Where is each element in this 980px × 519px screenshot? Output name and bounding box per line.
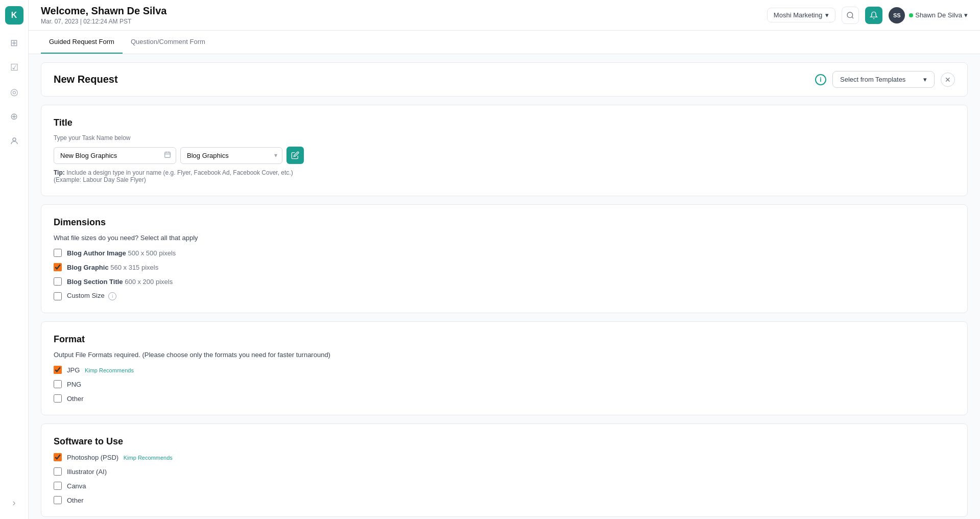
- sidebar-item-assets[interactable]: ◎: [4, 82, 25, 102]
- format-option-png[interactable]: PNG: [54, 380, 955, 388]
- close-button[interactable]: ✕: [941, 73, 955, 87]
- dimensions-checkbox-group: Blog Author Image 500 x 500 pixels Blog …: [54, 249, 955, 300]
- blog-graphic-checkbox[interactable]: [54, 263, 62, 271]
- format-option-jpg[interactable]: JPG Kimp Recommends: [54, 366, 955, 374]
- blog-section-checkbox[interactable]: [54, 277, 62, 286]
- design-type-select[interactable]: Blog Graphics Flyer Facebook Ad Facebook…: [180, 147, 282, 164]
- png-checkbox[interactable]: [54, 380, 62, 388]
- header: Welcome, Shawn De Silva Mar. 07, 2023 | …: [29, 0, 980, 31]
- software-section: Software to Use Photoshop (PSD) Kimp Rec…: [41, 423, 968, 517]
- software-option-canva[interactable]: Canva: [54, 482, 955, 490]
- welcome-message: Welcome, Shawn De Silva: [41, 5, 166, 17]
- sidebar-item-dashboard[interactable]: ⊞: [4, 33, 25, 53]
- sidebar-item-tasks[interactable]: ☑: [4, 57, 25, 78]
- tip-text: Tip: Include a design type in your name …: [54, 169, 955, 176]
- main-content: Welcome, Shawn De Silva Mar. 07, 2023 | …: [29, 0, 980, 519]
- format-section: Format Output File Formats required. (Pl…: [41, 321, 968, 415]
- page-title: New Request: [54, 74, 118, 85]
- svg-rect-2: [165, 152, 171, 158]
- jpg-checkbox[interactable]: [54, 366, 62, 374]
- tab-guided-request[interactable]: Guided Request Form: [41, 31, 123, 54]
- info-icon[interactable]: i: [815, 74, 826, 85]
- dimension-option-blog-section[interactable]: Blog Section Title 600 x 200 pixels: [54, 277, 955, 286]
- blog-author-checkbox[interactable]: [54, 249, 62, 257]
- workspace-name: Moshi Marketing: [774, 11, 822, 19]
- new-request-header: New Request i Select from Templates ▾ ✕: [41, 62, 968, 97]
- edit-icon: [291, 151, 299, 159]
- workspace-chevron-icon: ▾: [825, 11, 829, 19]
- software-section-label: Software to Use: [54, 436, 955, 447]
- search-button[interactable]: [842, 7, 859, 24]
- user-name: Shawn De Silva ▾: [909, 11, 968, 19]
- template-chevron-icon: ▾: [923, 76, 927, 83]
- other-format-checkbox[interactable]: [54, 394, 62, 403]
- dimension-option-blog-author[interactable]: Blog Author Image 500 x 500 pixels: [54, 249, 955, 257]
- canva-checkbox[interactable]: [54, 482, 62, 490]
- software-checkbox-group: Photoshop (PSD) Kimp Recommends Illustra…: [54, 453, 955, 504]
- page-content: New Request i Select from Templates ▾ ✕ …: [29, 54, 980, 519]
- other-software-checkbox[interactable]: [54, 496, 62, 504]
- logo[interactable]: K: [5, 6, 23, 25]
- calendar-icon: [164, 151, 171, 160]
- sidebar-item-team[interactable]: ⊕: [4, 106, 25, 127]
- avatar: SS: [889, 7, 905, 23]
- task-name-field-wrap: [54, 147, 176, 164]
- title-section: Title Type your Task Name below Blog Gra…: [41, 105, 968, 196]
- user-chevron-icon: ▾: [964, 11, 968, 19]
- software-option-other[interactable]: Other: [54, 496, 955, 504]
- format-section-label: Format: [54, 334, 955, 345]
- search-icon: [846, 11, 854, 19]
- tip-example: (Example: Labour Day Sale Flyer): [54, 176, 955, 183]
- notification-button[interactable]: [865, 7, 882, 24]
- dimensions-section: Dimensions What file sizes do you need? …: [41, 204, 968, 313]
- title-input-row: Blog Graphics Flyer Facebook Ad Facebook…: [54, 147, 955, 164]
- sidebar-item-users[interactable]: [4, 131, 25, 151]
- tab-question-comment[interactable]: Question/Comment Form: [123, 31, 213, 54]
- dimension-option-blog-graphic[interactable]: Blog Graphic 560 x 315 pixels: [54, 263, 955, 271]
- svg-point-0: [13, 138, 16, 141]
- custom-size-checkbox[interactable]: [54, 292, 62, 300]
- title-section-label: Title: [54, 117, 955, 128]
- design-type-select-wrap: Blog Graphics Flyer Facebook Ad Facebook…: [180, 147, 282, 164]
- header-welcome: Welcome, Shawn De Silva Mar. 07, 2023 | …: [41, 5, 166, 25]
- dimensions-section-label: Dimensions: [54, 217, 955, 228]
- format-option-other[interactable]: Other: [54, 394, 955, 403]
- software-option-photoshop[interactable]: Photoshop (PSD) Kimp Recommends: [54, 453, 955, 461]
- svg-point-1: [847, 12, 853, 18]
- tabs-bar: Guided Request Form Question/Comment For…: [29, 31, 980, 54]
- workspace-selector[interactable]: Moshi Marketing ▾: [767, 8, 835, 22]
- template-placeholder: Select from Templates: [840, 76, 905, 83]
- software-option-illustrator[interactable]: Illustrator (AI): [54, 467, 955, 476]
- task-name-input[interactable]: [54, 147, 176, 164]
- dimension-option-custom[interactable]: Custom Size i: [54, 292, 955, 300]
- format-sublabel: Output File Formats required. (Please ch…: [54, 351, 955, 359]
- sidebar: K ⊞ ☑ ◎ ⊕ ›: [0, 0, 29, 519]
- template-selector[interactable]: Select from Templates ▾: [832, 71, 935, 88]
- custom-size-info-icon[interactable]: i: [108, 292, 116, 300]
- edit-button[interactable]: [286, 147, 304, 164]
- photoshop-checkbox[interactable]: [54, 453, 62, 461]
- new-request-actions: i Select from Templates ▾ ✕: [815, 71, 955, 88]
- format-checkbox-group: JPG Kimp Recommends PNG Other: [54, 366, 955, 403]
- user-badge[interactable]: SS Shawn De Silva ▾: [889, 7, 968, 23]
- header-right: Moshi Marketing ▾ SS Shawn De Silva: [767, 7, 968, 24]
- online-status-dot: [909, 13, 913, 17]
- title-field-hint: Type your Task Name below: [54, 134, 955, 141]
- datetime: Mar. 07, 2023 | 02:12:24 AM PST: [41, 18, 166, 25]
- illustrator-checkbox[interactable]: [54, 467, 62, 476]
- bell-icon: [870, 11, 878, 19]
- dimensions-sublabel: What file sizes do you need? Select all …: [54, 234, 955, 242]
- sidebar-expand-icon[interactable]: ›: [4, 492, 25, 513]
